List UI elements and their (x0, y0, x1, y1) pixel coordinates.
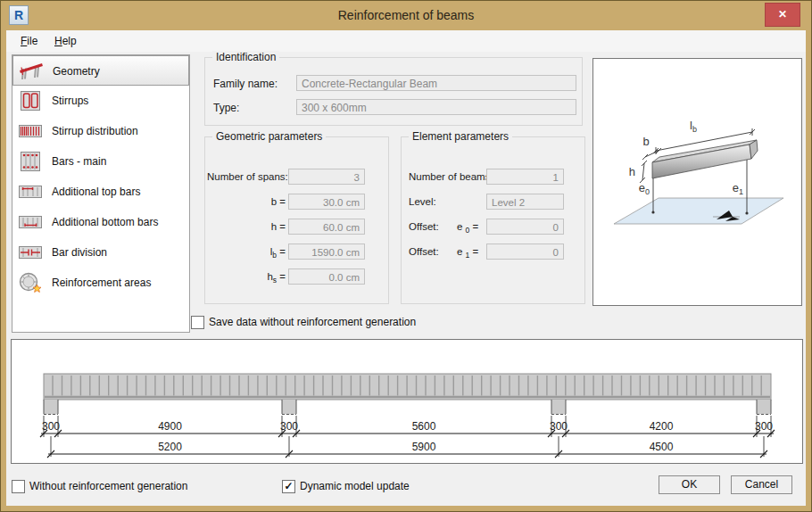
sidebar-item-label: Geometry (53, 56, 100, 87)
level-field: Level 2 (486, 194, 564, 210)
bars-main-icon (16, 150, 45, 173)
dialog-window: R Reinforcement of beams ✕ File Help Geo… (0, 0, 812, 512)
geometry-icon (17, 60, 46, 83)
menu-file[interactable]: File (15, 33, 43, 49)
offset-e0-symbol: e 0 = (457, 221, 478, 235)
sidebar-item-bar-division[interactable]: Bar division (12, 237, 189, 268)
sidebar-item-bars-main[interactable]: Bars - main (12, 146, 189, 177)
svg-text:300: 300 (755, 420, 773, 433)
svg-text:4500: 4500 (650, 441, 674, 453)
checkbox-label[interactable]: Save data without reinforcement generati… (209, 316, 416, 328)
checkbox-label[interactable]: Without reinforcement generation (29, 480, 187, 492)
beam-elevation-drawing: 300 4900 300 5600 300 4200 300 5200 5900… (12, 340, 802, 463)
svg-text:5600: 5600 (412, 420, 436, 433)
family-name-label: Family name: (213, 78, 278, 90)
category-list: Geometry Stirrups Stirrup distribution B… (12, 54, 190, 333)
reinforcement-areas-icon (16, 271, 45, 294)
type-field: 300 x 600mm (296, 99, 576, 115)
svg-text:4200: 4200 (650, 420, 674, 433)
window-title: Reinforcement of beams (1, 8, 811, 22)
group-title: Element parameters (409, 130, 512, 143)
group-title: Identification (212, 51, 279, 63)
additional-bottom-bars-icon (16, 211, 45, 234)
svg-text:5900: 5900 (412, 441, 436, 453)
svg-text:lb: lb (690, 119, 697, 134)
cancel-button[interactable]: Cancel (731, 475, 792, 494)
without-reinforcement-checkbox[interactable]: Without reinforcement generation (12, 479, 244, 493)
close-icon: ✕ (778, 8, 787, 21)
element-parameters-group: Element parameters Number of beams: 1 Le… (401, 136, 585, 304)
sidebar-item-label: Bar division (52, 237, 107, 268)
beam-elevation-panel: 300 4900 300 5600 300 4200 300 5200 5900… (11, 339, 803, 464)
beam-preview-panel: lb b h e0 e1 (592, 58, 802, 306)
group-title: Geometric parameters (212, 130, 326, 143)
type-label: Type: (213, 102, 239, 114)
number-of-spans-field: 3 (288, 169, 365, 185)
offset-e0-field: 0 (486, 219, 564, 235)
ok-button[interactable]: OK (659, 475, 720, 494)
hs-label: hs = (207, 271, 286, 285)
sidebar-item-additional-top-bars[interactable]: Additional top bars (12, 177, 189, 207)
title-bar[interactable]: R Reinforcement of beams ✕ (1, 1, 811, 30)
svg-text:b: b (642, 135, 649, 148)
b-field: 30.0 cm (288, 194, 365, 210)
h-label: h = (207, 221, 286, 232)
svg-text:e1: e1 (733, 181, 743, 196)
sidebar-item-label: Stirrups (52, 86, 88, 116)
offset-e0-label: Offset: (409, 221, 439, 232)
sidebar-item-additional-bottom-bars[interactable]: Additional bottom bars (12, 207, 189, 237)
svg-text:300: 300 (280, 420, 298, 433)
svg-text:300: 300 (550, 420, 568, 433)
additional-top-bars-icon (16, 180, 45, 203)
svg-text:4900: 4900 (158, 420, 182, 433)
lb-label: lb = (207, 246, 286, 260)
sidebar-item-label: Stirrup distribution (52, 116, 138, 146)
number-of-beams-field: 1 (486, 169, 564, 185)
menu-bar: File Help (6, 30, 806, 52)
lb-field: 1590.0 cm (288, 244, 365, 260)
dynamic-model-update-checkbox[interactable]: Dynamic model update (282, 479, 460, 493)
bar-division-icon (16, 241, 45, 264)
sidebar-item-geometry[interactable]: Geometry (12, 55, 189, 86)
identification-group: Identification Family name: Concrete-Rec… (204, 57, 583, 126)
offset-e1-symbol: e 1 = (457, 246, 478, 260)
checkbox-box[interactable] (191, 316, 204, 329)
close-button[interactable]: ✕ (765, 3, 800, 27)
sidebar-item-label: Additional bottom bars (52, 207, 158, 237)
family-name-field: Concrete-Rectangular Beam (296, 75, 576, 91)
sidebar-item-label: Reinforcement areas (52, 268, 151, 298)
svg-text:e0: e0 (639, 181, 650, 196)
beam-3d-diagram: lb b h e0 e1 (593, 59, 801, 305)
sidebar-item-reinforcement-areas[interactable]: Reinforcement areas (12, 268, 189, 298)
offset-e1-field: 0 (486, 244, 564, 260)
svg-text:300: 300 (42, 420, 60, 433)
save-data-checkbox[interactable]: Save data without reinforcement generati… (191, 315, 476, 329)
checkbox-box[interactable] (12, 480, 25, 493)
sidebar-item-stirrups[interactable]: Stirrups (12, 86, 189, 116)
sidebar-item-label: Additional top bars (52, 177, 140, 207)
stirrup-distribution-icon (16, 120, 45, 143)
sidebar-item-stirrup-distribution[interactable]: Stirrup distribution (12, 116, 189, 146)
checkbox-box[interactable] (282, 480, 295, 493)
number-of-beams-label: Number of beams: (409, 171, 493, 182)
sidebar-item-label: Bars - main (52, 146, 106, 177)
svg-text:5200: 5200 (158, 441, 182, 453)
svg-text:h: h (629, 165, 635, 178)
hs-field: 0.0 cm (288, 268, 365, 285)
offset-e1-label: Offset: (409, 246, 439, 257)
number-of-spans-label: Number of spans: (207, 171, 286, 182)
h-field: 60.0 cm (288, 219, 365, 235)
menu-help[interactable]: Help (49, 33, 82, 49)
level-label: Level: (409, 196, 436, 207)
b-label: b = (207, 196, 286, 207)
stirrups-icon (16, 89, 45, 112)
checkbox-label[interactable]: Dynamic model update (300, 480, 410, 492)
geometric-parameters-group: Geometric parameters Number of spans: 3 … (204, 136, 389, 304)
